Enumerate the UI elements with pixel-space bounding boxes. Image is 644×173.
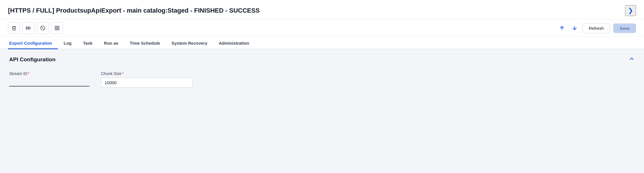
stream-id-label: Stream ID* (9, 71, 89, 76)
chunk-size-input[interactable] (101, 78, 193, 88)
stream-id-input[interactable] (9, 78, 89, 86)
tab-log[interactable]: Log (58, 37, 77, 49)
chunk-size-label: Chunk Size* (101, 71, 193, 76)
grid-button[interactable] (51, 22, 63, 34)
form-area: Stream ID* Chunk Size* (0, 67, 644, 96)
refresh-button[interactable]: Refresh (583, 23, 610, 33)
section-toggle-button[interactable] (629, 56, 635, 63)
svg-rect-4 (55, 26, 56, 27)
svg-line-3 (41, 27, 44, 30)
toolbar-row: Refresh Save (0, 19, 644, 37)
move-down-button[interactable] (570, 24, 579, 32)
header-row: [HTTPS / FULL] ProductsupApiExport - mai… (0, 0, 644, 19)
api-configuration-section: API Configuration Stream ID* (0, 49, 644, 96)
section-header: API Configuration (0, 49, 644, 67)
toolbar-right: Refresh Save (557, 23, 636, 33)
stream-id-required: * (28, 71, 29, 76)
tab-export-configuration[interactable]: Export Configuration (8, 37, 58, 49)
tab-task[interactable]: Task (77, 37, 98, 49)
stream-id-field: Stream ID* (9, 71, 89, 86)
chunk-size-required: * (122, 71, 124, 76)
toolbar-left (8, 22, 63, 34)
disable-button[interactable] (37, 22, 49, 34)
page-title: [HTTPS / FULL] ProductsupApiExport - mai… (8, 7, 625, 14)
delete-button[interactable] (8, 22, 20, 34)
tabs-row: Export Configuration Log Task Run as Tim… (0, 37, 644, 49)
header-chevron-button[interactable]: ❯ (625, 5, 636, 16)
svg-marker-1 (26, 27, 28, 30)
tab-time-schedule[interactable]: Time Schedule (124, 37, 166, 49)
svg-marker-0 (29, 27, 31, 30)
fast-forward-button[interactable] (22, 22, 34, 34)
page-wrapper: [HTTPS / FULL] ProductsupApiExport - mai… (0, 0, 644, 173)
svg-rect-6 (55, 29, 56, 30)
move-up-button[interactable] (557, 24, 567, 32)
tab-run-as[interactable]: Run as (98, 37, 124, 49)
chunk-size-field: Chunk Size* (101, 71, 193, 88)
section-title: API Configuration (9, 56, 55, 63)
svg-rect-5 (58, 26, 59, 27)
tab-system-recovery[interactable]: System Recovery (166, 37, 213, 49)
save-button[interactable]: Save (613, 23, 636, 33)
content-area: API Configuration Stream ID* (0, 49, 644, 173)
form-row: Stream ID* Chunk Size* (9, 71, 635, 88)
svg-rect-7 (58, 29, 59, 30)
tab-administration[interactable]: Administration (213, 37, 255, 49)
